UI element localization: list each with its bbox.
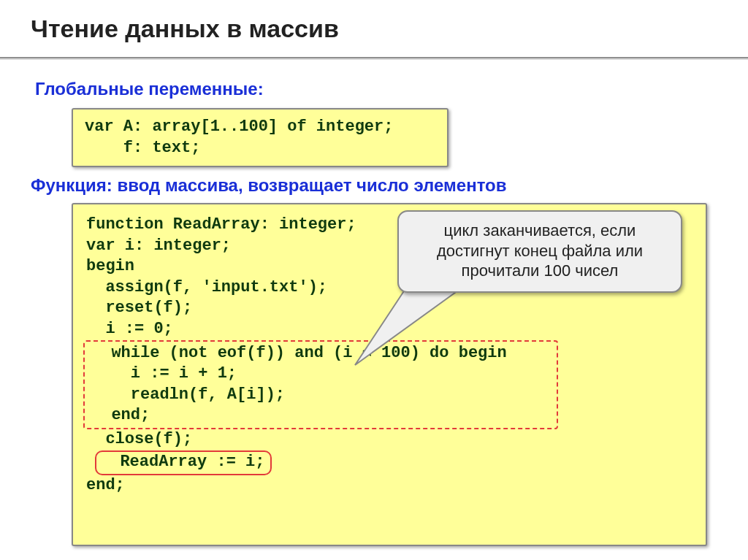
title-divider	[0, 57, 748, 60]
globals-code-box: var A: array[1..100] of integer; f: text…	[72, 108, 449, 167]
code-line: while (not eof(f)) and (i < 100) do begi…	[92, 343, 552, 364]
highlighted-return-line: ReadArray := i;	[95, 450, 272, 476]
code-line: f: text;	[85, 138, 435, 159]
callout-bubble: цикл заканчивается, если достигнут конец…	[397, 210, 682, 293]
code-line: end;	[86, 475, 692, 496]
code-line: end;	[92, 405, 552, 426]
code-line: var A: array[1..100] of integer;	[85, 117, 435, 138]
slide: Чтение данных в массив Глобальные переме…	[0, 0, 748, 560]
page-title: Чтение данных в массив	[31, 15, 339, 43]
highlighted-loop-block: while (not eof(f)) and (i < 100) do begi…	[83, 340, 558, 429]
code-line: close(f);	[86, 429, 692, 450]
section-global-vars: Глобальные переменные:	[35, 79, 264, 99]
section-function: Функция: ввод массива, возвращает число …	[31, 175, 506, 196]
code-line: readln(f, A[i]);	[92, 385, 552, 406]
code-line: i := i + 1;	[92, 364, 552, 385]
